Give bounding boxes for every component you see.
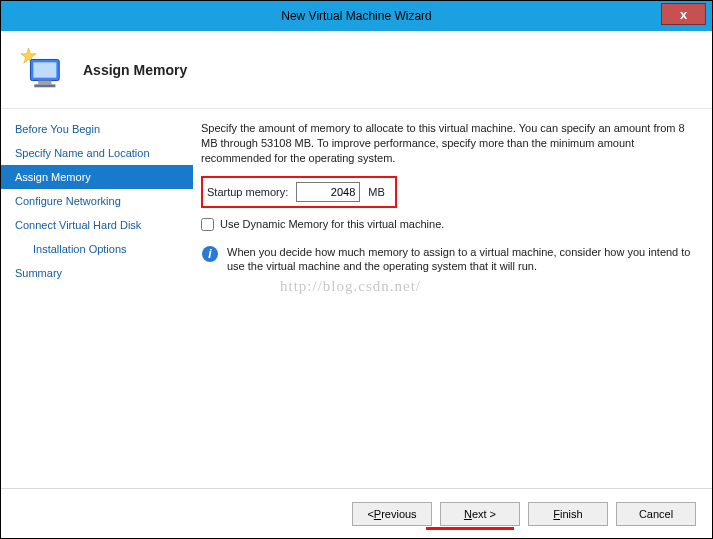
dynamic-memory-label: Use Dynamic Memory for this virtual mach… [220,218,444,230]
sidebar-item-before-you-begin[interactable]: Before You Begin [1,117,193,141]
close-icon: x [680,7,687,22]
previous-button[interactable]: < Previous [352,502,432,526]
wizard-icon [17,46,65,94]
sidebar-item-connect-vhd[interactable]: Connect Virtual Hard Disk [1,213,193,237]
sidebar-item-assign-memory[interactable]: Assign Memory [1,165,193,189]
svg-rect-2 [33,62,56,77]
sidebar-item-label: Specify Name and Location [15,147,150,159]
sidebar-item-label: Configure Networking [15,195,121,207]
wizard-body: Before You Begin Specify Name and Locati… [1,109,712,488]
info-text: When you decide how much memory to assig… [227,245,696,275]
startup-memory-input[interactable] [296,182,360,202]
cancel-label: Cancel [639,508,673,520]
sidebar-item-label: Installation Options [33,243,127,255]
dynamic-memory-checkbox[interactable] [201,218,214,231]
finish-button[interactable]: Finish [528,502,608,526]
wizard-header: Assign Memory [1,31,712,109]
svg-rect-3 [38,80,51,84]
startup-memory-row: Startup memory: MB [201,176,397,208]
description-text: Specify the amount of memory to allocate… [201,121,696,166]
next-button[interactable]: Next > [440,502,520,526]
sidebar-item-specify-name[interactable]: Specify Name and Location [1,141,193,165]
svg-rect-4 [34,84,55,87]
dynamic-memory-row: Use Dynamic Memory for this virtual mach… [201,218,696,231]
startup-memory-unit: MB [368,186,385,198]
footer: < Previous Next > Finish Cancel [1,488,712,538]
titlebar: New Virtual Machine Wizard x [1,1,712,31]
sidebar-item-installation-options[interactable]: Installation Options [1,237,193,261]
cancel-button[interactable]: Cancel [616,502,696,526]
sidebar-item-label: Before You Begin [15,123,100,135]
startup-memory-label: Startup memory: [207,186,288,198]
sidebar-item-label: Connect Virtual Hard Disk [15,219,141,231]
sidebar: Before You Begin Specify Name and Locati… [1,109,193,488]
sidebar-item-summary[interactable]: Summary [1,261,193,285]
info-row: i When you decide how much memory to ass… [201,245,696,275]
close-button[interactable]: x [661,3,706,25]
info-icon: i [201,245,219,263]
sidebar-item-label: Assign Memory [15,171,91,183]
page-title: Assign Memory [83,62,187,78]
sidebar-item-label: Summary [15,267,62,279]
window-title: New Virtual Machine Wizard [1,9,712,23]
sidebar-item-configure-networking[interactable]: Configure Networking [1,189,193,213]
content-pane: Specify the amount of memory to allocate… [193,109,712,488]
highlight-underline [426,527,514,530]
